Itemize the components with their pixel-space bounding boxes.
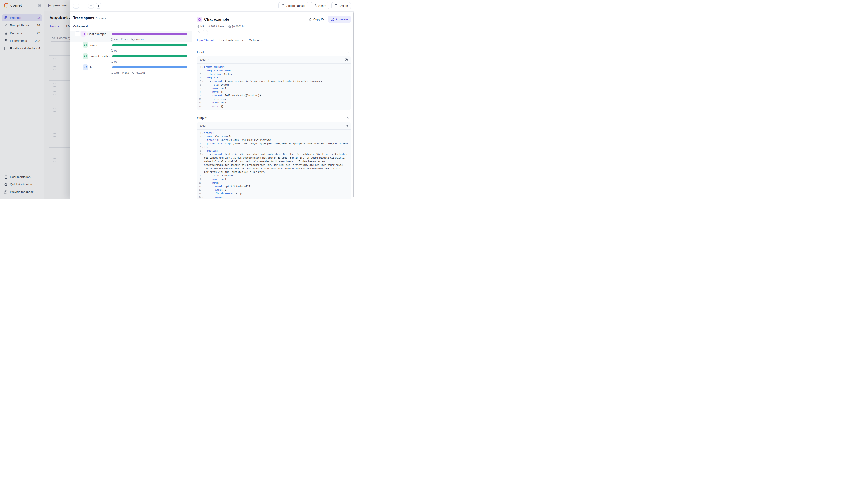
- line-number: 10: [197, 181, 202, 185]
- previous-trace-button[interactable]: [88, 3, 94, 8]
- fold-chevron[interactable]: ⌄: [202, 69, 204, 72]
- copy-id-button[interactable]: Copy ID: [307, 17, 325, 22]
- line-number: 14: [197, 195, 202, 199]
- code-text: template:: [204, 76, 348, 79]
- span-connector-line: [94, 67, 111, 67]
- fold-chevron: [202, 174, 204, 177]
- annotate-button[interactable]: Annotate: [328, 16, 351, 23]
- fold-chevron[interactable]: ⌄: [202, 195, 204, 199]
- close-button[interactable]: [73, 3, 79, 8]
- meta-text: 0s: [114, 60, 117, 63]
- add-to-dataset-button[interactable]: Add to dataset: [278, 2, 308, 9]
- code-line: 5⌄llm:: [197, 145, 348, 149]
- fold-chevron[interactable]: ⌄: [202, 131, 204, 135]
- span-row-chat-example[interactable]: Chat exampleNA#162<$0.001: [70, 31, 192, 42]
- add-tag-button[interactable]: [203, 30, 208, 35]
- span-meta-row: 0s: [111, 59, 192, 64]
- code-text: role: assistant: [204, 174, 348, 177]
- fold-chevron: [202, 138, 204, 142]
- line-number: 3: [197, 72, 202, 76]
- fold-chevron: [202, 90, 204, 94]
- fold-chevron: [202, 87, 204, 90]
- copy-icon[interactable]: [345, 58, 348, 62]
- meta-coins: $0.000214: [228, 25, 245, 28]
- chevron-up-icon[interactable]: [346, 51, 349, 54]
- meta-coins: <$0.001: [132, 71, 145, 74]
- span-connector-line: [98, 45, 111, 45]
- trace-icon: [197, 17, 202, 22]
- span-detail-panel: Chat example Copy ID Annotate NA#162 tok…: [192, 11, 354, 199]
- scrollbar-thumb[interactable]: [353, 12, 354, 197]
- button-label: Delete: [339, 4, 348, 7]
- copy-icon[interactable]: [345, 124, 348, 127]
- link-icon: [83, 42, 88, 48]
- code-text: name: null: [204, 87, 348, 90]
- arrow-up-icon: [90, 4, 92, 7]
- chevron-up-icon[interactable]: [346, 117, 349, 120]
- span-type-icon: [84, 66, 87, 69]
- span-row-prompt_builder[interactable]: prompt_builder0s: [70, 53, 192, 64]
- fold-chevron[interactable]: ⌄: [202, 181, 204, 185]
- line-number: 15: [197, 199, 202, 199]
- meta-text: 1.8s: [114, 71, 119, 74]
- fold-chevron[interactable]: ⌄: [202, 153, 204, 174]
- code-lines: 1⌄tracer:2 name: Chat example3 trace_id:…: [197, 130, 351, 199]
- meta-clock: NA: [111, 38, 118, 41]
- span-tree: Chat exampleNA#162<$0.001tracer0sprompt_…: [70, 31, 192, 75]
- fold-chevron[interactable]: ⌄: [202, 79, 204, 83]
- span-duration-bar: [112, 33, 187, 35]
- share-button[interactable]: Share: [311, 2, 329, 9]
- hash-icon: #: [122, 71, 124, 74]
- span-meta-row: NA#162<$0.001: [111, 37, 192, 42]
- section-header-input[interactable]: Input: [197, 51, 351, 54]
- code-line: 3 trace_id: 06759670-ef8b-774d-8000-05e4…: [197, 138, 348, 142]
- format-select[interactable]: YAML: [199, 58, 211, 61]
- code-line: 6⌄ replies:: [197, 149, 348, 153]
- code-line: 8 role: assistant: [197, 174, 348, 177]
- meta-text: $0.000214: [232, 25, 245, 28]
- fold-chevron[interactable]: ⌄: [202, 145, 204, 149]
- span-type-icon: [84, 55, 87, 58]
- code-text: - content: Tell me about {{location}}: [204, 94, 348, 97]
- span-count: 3 spans: [96, 17, 106, 20]
- fold-chevron: [202, 97, 204, 101]
- span-row-llm[interactable]: llm1.8s#162<$0.001: [70, 64, 192, 75]
- fold-chevron[interactable]: ⌄: [202, 149, 204, 153]
- fold-chevron[interactable]: ⌄: [202, 76, 204, 79]
- line-number: 5: [197, 79, 202, 83]
- tab-metadata[interactable]: Metadata: [249, 38, 261, 44]
- code-line: 1⌄tracer:: [197, 131, 348, 135]
- span-row-tracer[interactable]: tracer0s: [70, 42, 192, 53]
- tab-input-output[interactable]: Input/Output: [197, 38, 214, 44]
- line-number: 13: [197, 192, 202, 195]
- meta-text: NA: [200, 25, 204, 28]
- fold-chevron[interactable]: ⌄: [202, 94, 204, 97]
- section-header-output[interactable]: Output: [197, 116, 351, 120]
- span-duration-bar: [112, 44, 187, 46]
- span-meta-row: 0s: [111, 48, 192, 53]
- span-row-main: Chat example: [70, 31, 192, 37]
- code-text: trace_id: 06759670-ef8b-774d-8000-05e435…: [204, 138, 348, 142]
- pen-icon: [331, 18, 334, 21]
- collapse-all-button[interactable]: Collapse all: [73, 25, 88, 28]
- code-text: tracer:: [204, 131, 348, 135]
- next-trace-button[interactable]: [96, 3, 101, 8]
- span-name: llm: [90, 66, 93, 69]
- line-number: 11: [197, 101, 202, 105]
- code-text: completion_tokens: 133: [204, 199, 348, 199]
- meta-hash: #162: [121, 38, 128, 41]
- code-line: 5⌄ - content: Always respond in German e…: [197, 79, 348, 83]
- meta-clock: 0s: [111, 60, 117, 63]
- fold-chevron[interactable]: ⌄: [202, 65, 204, 69]
- code-text: prompt_builder:: [204, 65, 348, 69]
- expand-collapse-button[interactable]: [75, 31, 80, 36]
- span-name: tracer: [90, 43, 97, 47]
- meta-clock: NA: [197, 25, 204, 28]
- delete-button[interactable]: Delete: [331, 2, 351, 9]
- scrollbar[interactable]: [353, 12, 354, 199]
- tab-feedback-scores[interactable]: Feedback scores: [219, 38, 243, 44]
- clock-icon: [197, 25, 199, 28]
- code-text: finish_reason: stop: [204, 192, 348, 195]
- clock-icon: [111, 38, 113, 41]
- format-select[interactable]: YAML: [199, 124, 211, 127]
